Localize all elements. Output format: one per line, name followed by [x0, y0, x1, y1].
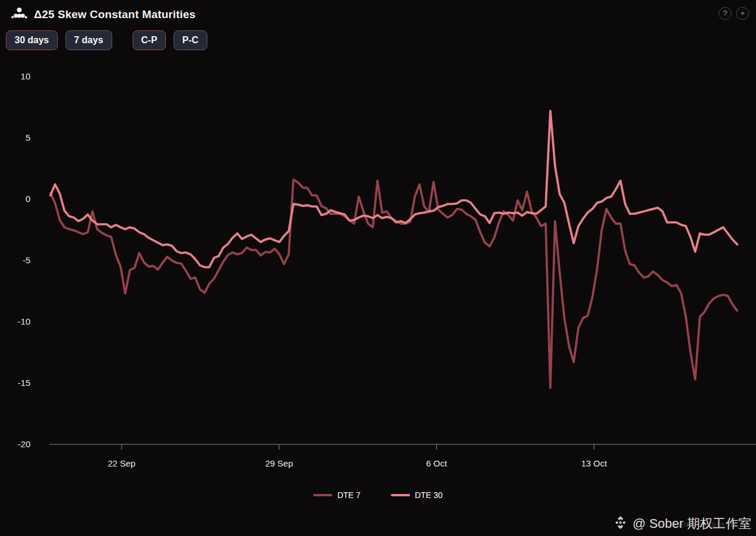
y-axis-tick-label: 10: [20, 71, 30, 81]
legend-label: DTE 7: [337, 490, 360, 500]
amberdata-logo-icon: [11, 6, 28, 23]
type-button-cp[interactable]: C-P: [133, 30, 167, 50]
dte7-swatch-icon: [313, 494, 332, 496]
y-axis-tick-label: 5: [26, 133, 30, 142]
y-axis-tick-label: 0: [26, 194, 30, 204]
skew-dashboard: Δ25 Skew Constant Maturities ? + 30 days…: [0, 0, 756, 536]
binance-diamond-icon: [613, 515, 628, 532]
y-axis-tick-label: -10: [18, 316, 30, 326]
series-line-dte30: [50, 111, 737, 267]
header: Δ25 Skew Constant Maturities: [11, 6, 196, 23]
corner-icons: ? +: [719, 7, 749, 20]
x-axis-tick-label: 22 Sep: [107, 458, 136, 468]
page-title: Δ25 Skew Constant Maturities: [34, 8, 196, 21]
chart-legend: DTE 7 DTE 30: [0, 490, 756, 500]
skew-chart[interactable]: 1050-5-10-15-2022 Sep29 Sep6 Oct13 Oct: [0, 58, 756, 479]
y-axis-tick-label: -5: [23, 255, 30, 265]
legend-item-dte30[interactable]: DTE 30: [391, 490, 442, 500]
expand-icon[interactable]: +: [736, 7, 749, 20]
dte30-swatch-icon: [391, 494, 410, 496]
legend-label: DTE 30: [415, 490, 442, 500]
period-button-30-days[interactable]: 30 days: [6, 30, 58, 50]
watermark-handle: @ Sober 期权工作室: [633, 515, 751, 532]
y-axis-tick-label: -20: [18, 439, 30, 449]
series-line-dte7: [50, 179, 737, 388]
y-axis-tick-label: -15: [18, 378, 30, 388]
type-button-pc[interactable]: P-C: [174, 30, 207, 50]
help-icon[interactable]: ?: [719, 7, 731, 20]
brand-watermark: @ Sober 期权工作室: [613, 515, 751, 532]
x-axis-tick-label: 6 Oct: [426, 458, 448, 468]
x-axis-tick-label: 13 Oct: [581, 458, 608, 468]
x-axis-tick-label: 29 Sep: [265, 458, 293, 468]
control-bar: 30 days 7 days C-P P-C: [6, 30, 215, 50]
period-button-7-days[interactable]: 7 days: [65, 30, 112, 50]
legend-item-dte7[interactable]: DTE 7: [313, 490, 360, 500]
